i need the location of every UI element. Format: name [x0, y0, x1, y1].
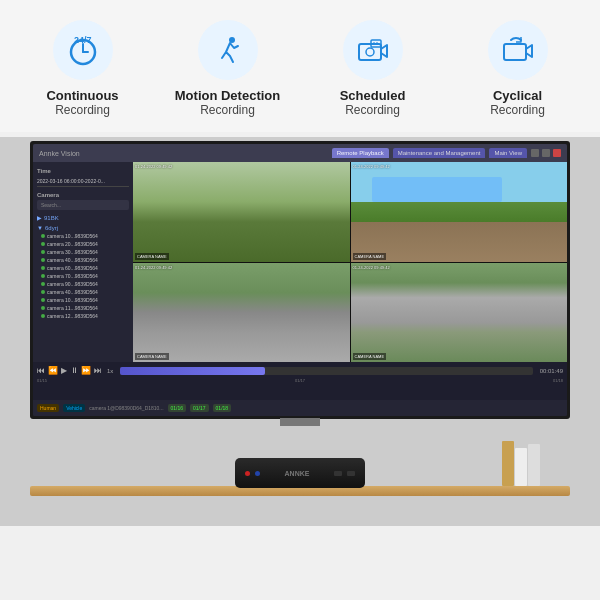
marker-1: 01/15: [37, 378, 47, 383]
continuous-subtitle: Recording: [55, 103, 110, 117]
camera-status-dot: [41, 282, 45, 286]
feed2-label: CAMERA NAME: [353, 253, 387, 260]
marker-2: 01/17: [295, 378, 305, 383]
transport-controls: ⏮ ⏪ ▶ ⏸ ⏩ ⏭ 1x 00:01:49: [37, 364, 563, 377]
camera-status-dot: [41, 234, 45, 238]
camera-status-dot: [41, 290, 45, 294]
person-running-icon: [210, 32, 246, 68]
timeline-markers: 01/15 01/17 01/18: [37, 378, 563, 383]
clock-247-icon: 24/7: [65, 32, 101, 68]
timeline-bar[interactable]: [120, 367, 532, 375]
tv-neck: [280, 418, 320, 426]
feature-scheduled: Scheduled Recording: [308, 20, 438, 117]
camera-search[interactable]: Search...: [37, 200, 129, 210]
camera-item-4[interactable]: camera 40...9839D564: [37, 256, 129, 264]
tv-stand: [30, 418, 570, 426]
continuous-icon-bg: 24/7: [53, 20, 113, 80]
dvr-activity-led: [255, 471, 260, 476]
camera-item-5[interactable]: camera 60...9839D564: [37, 264, 129, 272]
tab-maintenance[interactable]: Maintenance and Management: [393, 148, 486, 158]
cyclical-subtitle: Recording: [490, 103, 545, 117]
camera-item-10[interactable]: camera 11...9839D564: [37, 304, 129, 312]
window-controls: [531, 149, 561, 157]
camera-label: Camera: [37, 190, 129, 200]
camera-item-11[interactable]: camera 12...9839D564: [37, 312, 129, 320]
camera-item-8[interactable]: camera 40...9839D564: [37, 288, 129, 296]
cyclical-title: Cyclical: [493, 88, 542, 103]
speed-label: 1x: [107, 368, 113, 374]
camera-path-text: camera 1@D98390D64_D1810...: [89, 405, 163, 411]
timeline-progress: [120, 367, 264, 375]
continuous-title: Continuous: [46, 88, 118, 103]
camera-item-1[interactable]: camera 10...9839D564: [37, 232, 129, 240]
feed2-timestamp: 01-24-2022 09:49:42: [353, 164, 390, 169]
camera-status-dot: [41, 306, 45, 310]
camera-status-dot: [41, 258, 45, 262]
group-6dyrj-title[interactable]: ▼ 6dyrj: [37, 224, 129, 232]
camera-item-6[interactable]: camera 70...9839D564: [37, 272, 129, 280]
feed3-timestamp: 01-24-2022 09:49:42: [135, 265, 172, 270]
feed4-timestamp: 01-24-2022 09:49:42: [353, 265, 390, 270]
dvr-port-1: [334, 471, 342, 476]
motion-title: Motion Detection: [175, 88, 280, 103]
play-button[interactable]: ▶: [61, 366, 67, 375]
sidebar: Time 2022-03-16 06:00:00-2022-0... Camer…: [33, 162, 133, 362]
camera-item-9[interactable]: camera 10...9839D564: [37, 296, 129, 304]
svg-text:24/7: 24/7: [74, 35, 92, 45]
maximize-button[interactable]: [542, 149, 550, 157]
dvr-power-led: [245, 471, 250, 476]
status-1: 01/16: [168, 404, 187, 412]
video-feed-4[interactable]: 01-24-2022 09:49:42 CAMERA NAME: [351, 263, 568, 363]
feed3-label: CAMERA NAME: [135, 353, 169, 360]
pause-button[interactable]: ⏸: [70, 366, 78, 375]
rewind-button[interactable]: ⏪: [48, 366, 58, 375]
group-91bk-title[interactable]: ▶ 91BK: [37, 213, 129, 222]
playback-time: 00:01:49: [540, 368, 563, 374]
video-feed-3[interactable]: 01-24-2022 09:49:42 CAMERA NAME: [133, 263, 350, 363]
vehicle-badge: Vehicle: [63, 404, 85, 412]
tv-frame: Annke Vision Remote Playback Maintenance…: [30, 141, 570, 419]
svg-point-6: [366, 48, 374, 56]
camera-item-2[interactable]: camera 20...9839D564: [37, 240, 129, 248]
software-logo: Annke Vision: [39, 150, 328, 157]
book-2: [515, 448, 527, 486]
dvr-port-2: [347, 471, 355, 476]
camera-item-7[interactable]: camera 90...9839D564: [37, 280, 129, 288]
video-feed-1[interactable]: 01-24-2022 09:49:42 CAMERA NAME: [133, 162, 350, 262]
search-placeholder: Search...: [41, 202, 61, 208]
tab-remote-playback[interactable]: Remote Playback: [332, 148, 389, 158]
cyclical-icon-bg: [488, 20, 548, 80]
camera-status-dot: [41, 314, 45, 318]
close-button[interactable]: [553, 149, 561, 157]
minimize-button[interactable]: [531, 149, 539, 157]
sidebar-date: 2022-03-16 06:00:00-2022-0...: [37, 176, 129, 187]
skip-back-button[interactable]: ⏮: [37, 366, 45, 375]
feed1-timestamp: 01-24-2022 09:49:42: [135, 164, 172, 169]
camera-schedule-icon: [355, 32, 391, 68]
feature-cyclical: Cyclical Recording: [453, 20, 583, 117]
camera-item-3[interactable]: camera 30...9839D564: [37, 248, 129, 256]
camera-status-dot: [41, 242, 45, 246]
status-3: 01/18: [213, 404, 232, 412]
status-2: 01/17: [190, 404, 209, 412]
motion-icon-bg: [198, 20, 258, 80]
dvr-device: ANNKE: [235, 458, 365, 488]
main-content: Time 2022-03-16 06:00:00-2022-0... Camer…: [33, 162, 567, 362]
camera-cycle-icon: [500, 32, 536, 68]
book-1: [502, 441, 514, 486]
scheduled-subtitle: Recording: [345, 103, 400, 117]
forward-button[interactable]: ⏩: [81, 366, 91, 375]
feature-continuous: 24/7 Continuous Recording: [18, 20, 148, 117]
marker-3: 01/18: [553, 378, 563, 383]
skip-forward-button[interactable]: ⏭: [94, 366, 102, 375]
camera-status-dot: [41, 250, 45, 254]
video-grid: 01-24-2022 09:49:42 CAMERA NAME 01-24-20…: [133, 162, 567, 362]
video-feed-2[interactable]: 01-24-2022 09:49:42 CAMERA NAME: [351, 162, 568, 262]
features-section: 24/7 Continuous Recording Motion Detecti…: [0, 0, 600, 132]
tab-main-view[interactable]: Main View: [489, 148, 527, 158]
software-ui: Annke Vision Remote Playback Maintenance…: [33, 144, 567, 416]
titlebar: Annke Vision Remote Playback Maintenance…: [33, 144, 567, 162]
camera-status-dot: [41, 266, 45, 270]
camera-group-6dyrj: ▼ 6dyrj camera 10...9839D564 camera 20..…: [37, 224, 129, 320]
motion-subtitle: Recording: [200, 103, 255, 117]
